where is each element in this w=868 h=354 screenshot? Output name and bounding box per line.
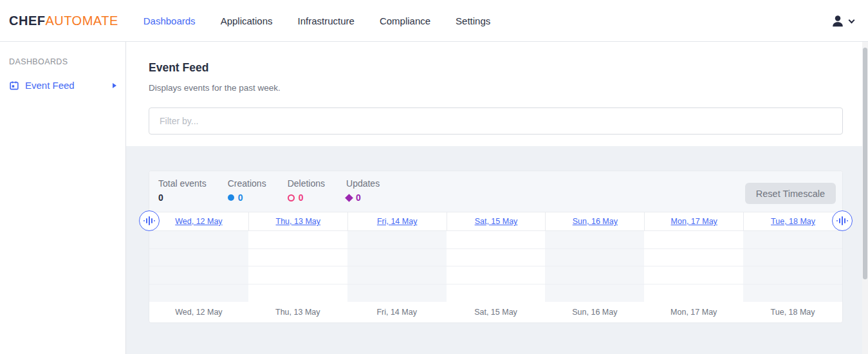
chevron-down-icon [849,17,855,23]
stat-label: Updates [346,178,380,189]
stat-value: 0 [299,192,304,203]
grip-icon [836,220,838,221]
scrollbar-thumb[interactable] [863,48,867,279]
day-header-cell: Tue, 18 May [743,212,842,230]
sidebar-item-event-feed[interactable]: Event Feed [0,77,125,93]
calendar-event-icon [9,80,19,91]
stat-label: Creations [228,178,266,189]
nav-settings[interactable]: Settings [454,12,492,30]
axis-label: Wed, 12 May [149,302,248,322]
grid-cell [149,249,248,267]
grid-cell [248,284,347,303]
grip-icon [143,220,145,221]
day-header-cell: Wed, 12 May [149,212,248,230]
vertical-scrollbar [862,42,868,354]
grid-cell [447,231,546,249]
stat-label: Total events [158,178,207,189]
grid-cell [149,284,248,303]
grid-cell [347,231,447,249]
grid-cell [447,249,546,267]
stat-creations: Creations 0 [228,178,266,212]
grid-cell [545,266,644,284]
grid-cell [743,284,842,303]
day-header-cell: Sat, 15 May [447,212,546,230]
day-link[interactable]: Tue, 18 May [771,217,815,226]
stat-value: 0 [356,192,361,203]
grid-cell [644,249,743,267]
timeline-event-grid [149,231,842,302]
grid-cell [447,284,546,303]
person-icon [831,14,845,28]
day-link[interactable]: Sun, 16 May [573,217,618,226]
axis-label: Thu, 13 May [248,302,347,322]
grid-cell [347,249,447,267]
timeline-axis-row: Wed, 12 May Thu, 13 May Fri, 14 May Sat,… [149,302,842,322]
grid-cell [743,249,842,267]
stat-updates: Updates 0 [346,178,380,212]
page-shell: DASHBOARDS Event Feed Event Feed Display… [0,42,868,354]
grid-cell [347,266,447,284]
main-nav: Dashboards Applications Infrastructure C… [142,12,492,30]
day-link[interactable]: Sat, 15 May [475,217,518,226]
nav-applications[interactable]: Applications [219,12,274,30]
timeline-day-header-row: Wed, 12 May Thu, 13 May Fri, 14 May Sat,… [149,212,842,231]
stat-total-events: Total events 0 [158,178,207,212]
stat-label: Deletions [288,178,325,189]
deletions-circle-icon [288,194,295,201]
chef-automate-logo[interactable]: CHEFAUTOMATE [9,14,118,28]
stat-value: 0 [238,192,243,203]
nav-compliance[interactable]: Compliance [378,12,432,30]
user-menu[interactable] [831,0,854,42]
timescale-handle-right[interactable] [832,210,853,231]
timescale-handle-left[interactable] [139,210,160,231]
day-link[interactable]: Mon, 17 May [671,217,717,226]
day-link[interactable]: Fri, 14 May [377,217,418,226]
stats-strip: Total events 0 Creations 0 Deletions [149,171,842,212]
nav-dashboards[interactable]: Dashboards [142,12,197,30]
reset-timescale-button[interactable]: Reset Timescale [745,183,836,204]
grid-cell [545,284,644,303]
grid-cell [248,266,347,284]
day-header-cell: Mon, 17 May [644,212,743,230]
timeline-card: Total events 0 Creations 0 Deletions [149,171,843,323]
logo-chef-text: CHEF [9,14,45,28]
grid-cell [644,231,743,249]
sidebar-section-title: DASHBOARDS [0,57,125,66]
day-link[interactable]: Wed, 12 May [175,217,222,226]
page-subtitle: Displays events for the past week. [149,83,843,93]
filter-input[interactable] [149,107,843,135]
nav-infrastructure[interactable]: Infrastructure [297,12,356,30]
grid-cell [447,266,546,284]
axis-label: Sun, 16 May [545,302,644,322]
grid-cell [248,249,347,267]
logo-automate-text: AUTOMATE [45,14,118,28]
sidebar: DASHBOARDS Event Feed [0,42,126,354]
grid-cell [149,231,248,249]
day-header-cell: Sun, 16 May [545,212,644,230]
grid-cell [743,231,842,249]
sidebar-item-label: Event Feed [25,80,75,91]
grid-cell [347,284,447,303]
axis-label: Fri, 14 May [347,302,447,322]
grid-cell [149,266,248,284]
grid-cell [743,266,842,284]
page-title: Event Feed [149,61,843,75]
grid-cell [644,266,743,284]
axis-label: Sat, 15 May [447,302,546,322]
day-header-cell: Fri, 14 May [347,212,447,230]
grid-cell [545,249,644,267]
updates-diamond-icon [345,194,353,202]
triangle-right-icon[interactable] [113,83,116,88]
creations-dot-icon [228,194,234,201]
day-link[interactable]: Thu, 13 May [276,217,320,226]
grid-cell [644,284,743,303]
day-header-cell: Thu, 13 May [248,212,347,230]
axis-label: Tue, 18 May [743,302,842,322]
event-feed-section: Total events 0 Creations 0 Deletions [126,146,868,354]
top-navigation-bar: CHEFAUTOMATE Dashboards Applications Inf… [0,0,868,42]
grid-cell [545,231,644,249]
page-header-area: Event Feed Displays events for the past … [126,42,868,146]
stat-deletions: Deletions 0 [288,178,325,212]
axis-label: Mon, 17 May [644,302,743,322]
stat-value: 0 [158,192,163,203]
